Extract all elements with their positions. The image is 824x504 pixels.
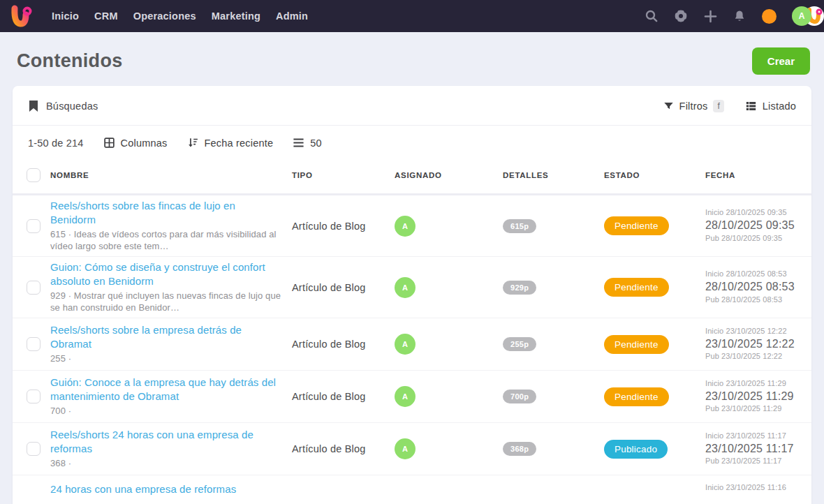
content-description: 615 · Ideas de vídeos cortos para dar má… — [50, 228, 282, 253]
date-main: 28/10/2025 08:53 — [705, 280, 797, 295]
content-title-link[interactable]: Reels/shorts sobre la empresa detrás de … — [50, 323, 282, 351]
add-icon[interactable] — [703, 9, 717, 23]
filters-label: Filtros — [679, 101, 708, 112]
table-row[interactable]: Guión: Conoce a la empresa que hay detrá… — [13, 371, 811, 423]
sort-button[interactable]: Fecha reciente — [187, 137, 274, 149]
bookmark-icon — [28, 100, 39, 112]
view-mode-label: Listado — [763, 101, 796, 112]
row-checkbox[interactable] — [27, 390, 41, 403]
status-badge: Pendiente — [604, 216, 669, 235]
col-header-asignado[interactable]: ASIGNADO — [395, 171, 503, 179]
row-checkbox[interactable] — [27, 219, 41, 233]
page-size-button[interactable]: 50 — [293, 138, 322, 149]
date-main: 28/10/2025 09:35 — [705, 218, 797, 233]
assignee-avatar[interactable]: A — [395, 216, 415, 237]
content-description: 368 · — [50, 457, 282, 470]
date-inicio: Inicio 23/10/2025 11:16 — [705, 482, 797, 494]
columns-grid-icon — [103, 137, 115, 149]
assignee-avatar[interactable]: A — [395, 438, 415, 459]
date-inicio: Inicio 23/10/2025 11:17 — [705, 431, 797, 442]
details-badge: 368p — [503, 442, 536, 456]
col-header-nombre[interactable]: NOMBRE — [50, 171, 292, 179]
content-description: 929 · Mostrar qué incluyen las nuevas fi… — [50, 290, 282, 314]
status-badge: Publicado — [604, 440, 668, 459]
help-icon[interactable] — [674, 9, 688, 23]
columns-label: Columnas — [121, 138, 168, 149]
content-type: Artículo de Blog — [292, 391, 395, 402]
page-size-value: 50 — [310, 138, 322, 149]
assignee-avatar[interactable]: A — [395, 334, 415, 355]
status-badge: Pendiente — [604, 278, 669, 297]
date-pub: Pub 23/10/2025 12:22 — [705, 351, 797, 362]
top-navbar: Inicio CRM Operaciones Marketing Admin — [0, 0, 824, 32]
nav-item-crm[interactable]: CRM — [94, 10, 118, 22]
content-title-link[interactable]: Guión: Conoce a la empresa que hay detrá… — [50, 376, 282, 403]
table-row[interactable]: 24 horas con una empresa de reformas Ini… — [13, 475, 811, 503]
date-inicio: Inicio 23/10/2025 12:22 — [705, 326, 797, 337]
nav-item-admin[interactable]: Admin — [276, 10, 308, 22]
sort-down-icon — [187, 137, 199, 149]
search-icon[interactable] — [645, 9, 659, 23]
row-checkbox[interactable] — [27, 281, 41, 295]
content-type: Artículo de Blog — [292, 443, 395, 454]
assignee-avatar[interactable]: A — [395, 277, 415, 298]
status-dot[interactable] — [762, 9, 777, 24]
row-checkbox[interactable] — [27, 337, 41, 351]
row-checkbox[interactable] — [27, 442, 41, 456]
date-inicio: Inicio 28/10/2025 09:35 — [705, 207, 797, 218]
table-row[interactable]: Reels/shorts 24 horas con una empresa de… — [13, 423, 811, 475]
table-row[interactable]: Reels/shorts sobre las fincas de lujo en… — [13, 195, 811, 257]
details-badge: 615p — [503, 219, 536, 233]
details-badge: 929p — [503, 281, 536, 295]
col-header-estado[interactable]: ESTADO — [604, 171, 705, 179]
content-type: Artículo de Blog — [292, 339, 395, 350]
table-header: NOMBRE TIPO ASIGNADO DETALLES ESTADO FEC… — [13, 158, 811, 195]
details-badge: 700p — [503, 390, 536, 403]
date-pub: Pub 28/10/2025 08:53 — [705, 295, 797, 306]
filters-shortcut-badge: f — [713, 100, 723, 112]
content-type: Artículo de Blog — [292, 282, 395, 293]
assignee-avatar[interactable]: A — [395, 386, 415, 407]
contents-panel: Búsquedas Filtros f Listado 1-50 de 214 — [13, 86, 811, 504]
date-inicio: Inicio 23/10/2025 11:29 — [705, 378, 797, 390]
content-type: Artículo de Blog — [292, 221, 395, 232]
date-pub: Pub 28/10/2025 09:35 — [705, 233, 797, 244]
content-description: 255 · — [50, 353, 282, 365]
saved-searches-label: Búsquedas — [46, 101, 98, 112]
content-title-link[interactable]: Guion: Cómo se diseña y construye el con… — [50, 260, 282, 288]
col-header-tipo[interactable]: TIPO — [292, 171, 395, 179]
list-view-icon — [745, 101, 757, 112]
create-button[interactable]: Crear — [752, 47, 810, 75]
content-title-link[interactable]: Reels/shorts 24 horas con una empresa de… — [50, 428, 282, 456]
nav-item-operaciones[interactable]: Operaciones — [133, 10, 196, 22]
user-avatar[interactable]: A — [792, 6, 811, 26]
brand-logo[interactable] — [8, 3, 34, 29]
col-header-fecha[interactable]: FECHA — [705, 171, 797, 179]
page-title: Contenidos — [17, 50, 123, 72]
details-badge: 255p — [503, 337, 536, 351]
col-header-detalles[interactable]: DETALLES — [503, 171, 604, 179]
date-pub: Pub 23/10/2025 11:17 — [705, 456, 797, 467]
user-avatar-group[interactable]: A — [792, 6, 824, 27]
status-badge: Pendiente — [604, 335, 669, 354]
nav-item-marketing[interactable]: Marketing — [212, 10, 260, 22]
filters-button[interactable]: Filtros f — [663, 100, 724, 112]
sort-label: Fecha reciente — [205, 138, 274, 149]
table-row[interactable]: Guion: Cómo se diseña y construye el con… — [13, 257, 811, 318]
content-title-link[interactable]: 24 horas con una empresa de reformas — [50, 482, 282, 496]
notifications-icon[interactable] — [733, 9, 746, 23]
saved-searches-button[interactable]: Búsquedas — [28, 100, 98, 112]
select-all-checkbox[interactable] — [27, 168, 41, 182]
table-row[interactable]: Reels/shorts sobre la empresa detrás de … — [13, 318, 811, 371]
view-mode-button[interactable]: Listado — [745, 101, 796, 112]
date-main: 23/10/2025 12:22 — [705, 337, 797, 352]
main-menu: Inicio CRM Operaciones Marketing Admin — [52, 10, 308, 22]
status-badge: Pendiente — [604, 387, 669, 406]
date-pub: Pub 23/10/2025 11:29 — [705, 403, 797, 415]
content-title-link[interactable]: Reels/shorts sobre las fincas de lujo en… — [50, 199, 282, 227]
date-main: 23/10/2025 11:29 — [705, 390, 797, 404]
columns-button[interactable]: Columnas — [103, 137, 168, 149]
pagination-range: 1-50 de 214 — [28, 138, 84, 149]
nav-item-inicio[interactable]: Inicio — [52, 10, 79, 22]
content-description: 700 · — [50, 405, 282, 417]
